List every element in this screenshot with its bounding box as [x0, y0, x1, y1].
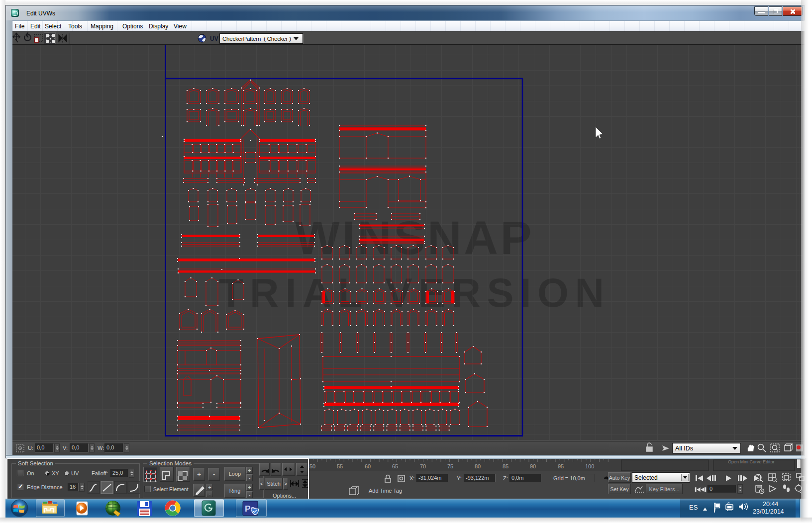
svg-text:100: 100 — [585, 463, 594, 469]
svg-text:Open Mini Curve Editor: Open Mini Curve Editor — [728, 459, 775, 464]
svg-text:50: 50 — [309, 463, 315, 469]
svg-text:65: 65 — [392, 463, 398, 469]
svg-text:75: 75 — [447, 463, 453, 469]
svg-text:55: 55 — [337, 463, 343, 469]
svg-text:80: 80 — [475, 463, 481, 469]
svg-text:UV: UV — [210, 35, 218, 42]
svg-text:90: 90 — [530, 463, 536, 469]
svg-text:95: 95 — [558, 463, 564, 469]
svg-text:60: 60 — [365, 463, 371, 469]
svg-text:70: 70 — [420, 463, 426, 469]
svg-text:85: 85 — [503, 463, 508, 469]
